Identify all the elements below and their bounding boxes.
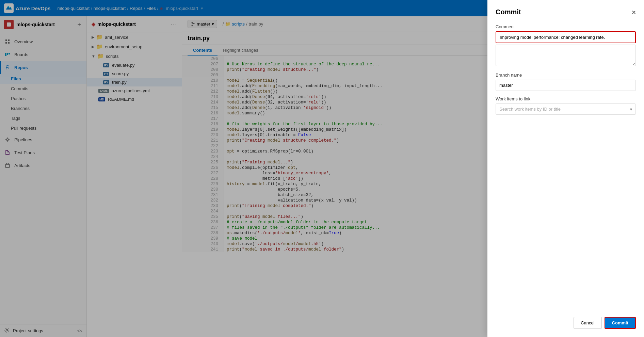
work-items-placeholder: Search work items by ID or title xyxy=(499,107,561,112)
work-items-label: Work items to link xyxy=(496,96,636,101)
modal-title-bar: Commit × xyxy=(496,8,636,16)
comment-label: Comment xyxy=(496,24,636,29)
comment-group: Comment xyxy=(496,24,636,67)
dropdown-chevron-icon: ▾ xyxy=(630,107,632,112)
cancel-button[interactable]: Cancel xyxy=(574,317,601,329)
modal-overlay: Commit × Comment Branch name Work items … xyxy=(0,0,644,337)
comment-textarea[interactable] xyxy=(496,45,636,66)
comment-input[interactable] xyxy=(496,31,636,43)
branch-name-input[interactable] xyxy=(496,80,636,91)
commit-modal: Commit × Comment Branch name Work items … xyxy=(487,0,644,337)
modal-close-button[interactable]: × xyxy=(632,9,636,16)
modal-title-text: Commit xyxy=(496,8,521,16)
work-items-dropdown[interactable]: Search work items by ID or title ▾ xyxy=(496,103,636,115)
commit-button[interactable]: Commit xyxy=(605,317,636,329)
branch-group: Branch name xyxy=(496,73,636,91)
modal-actions: Cancel Commit xyxy=(496,310,636,329)
work-items-group: Work items to link Search work items by … xyxy=(496,96,636,115)
branch-label: Branch name xyxy=(496,73,636,78)
